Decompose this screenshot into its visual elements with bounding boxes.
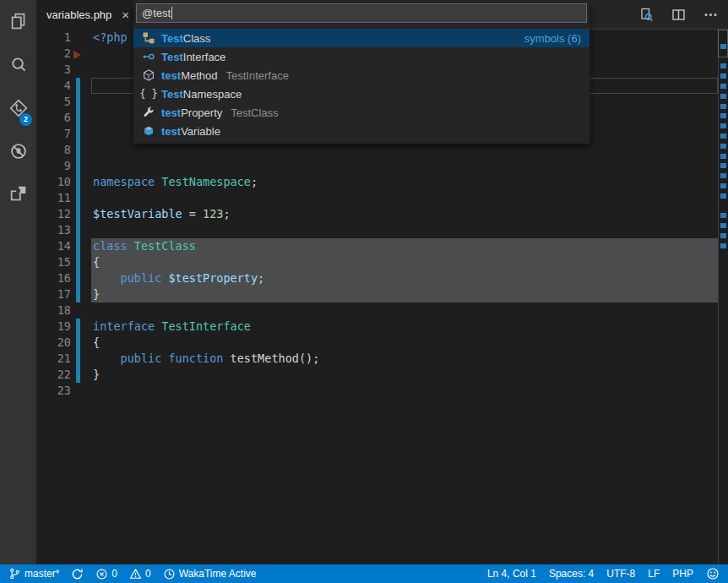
modified-line-indicator [76,78,80,94]
debug-icon [8,140,30,162]
activity-extensions[interactable] [0,172,36,215]
code-line[interactable]: 22} [36,367,718,383]
indentation-status[interactable]: Spaces: 4 [549,568,594,580]
overview-modified-marker [720,104,726,109]
line-number: 12 [36,206,71,222]
line-number: 14 [36,238,71,254]
code-text: <?php [93,30,128,46]
code-line[interactable]: 8 [36,142,718,158]
line-number: 5 [36,94,71,110]
modified-line-indicator [76,367,80,383]
branch-label: master* [24,568,59,580]
overview-modified-marker [720,133,726,139]
symbol-result-row[interactable]: testMethodTestInterface [133,66,589,84]
line-number: 16 [36,270,71,286]
symbol-name: TestInterface [161,51,225,63]
activity-explorer[interactable] [0,0,36,43]
eol-status[interactable]: LF [648,568,660,580]
code-line[interactable]: 20{ [36,335,718,351]
encoding-status[interactable]: UTF-8 [606,568,635,580]
close-icon[interactable]: × [122,8,129,21]
overview-modified-marker [720,74,726,79]
gutter-decoration [71,335,93,351]
split-editor-button[interactable] [671,7,686,22]
activity-search[interactable] [0,43,36,86]
gutter-decoration [71,383,93,399]
code-line[interactable]: 23 [36,383,718,399]
overview-modified-marker [720,94,726,99]
gutter-decoration [71,286,93,302]
code-line[interactable]: 16 public $testProperty; [36,270,718,286]
code-text: class TestClass [93,238,196,254]
gutter-decoration [71,110,93,126]
line-number: 17 [36,286,71,302]
line-number: 13 [36,222,71,238]
symbol-result-row[interactable]: testPropertyTestClass [133,103,589,122]
symbol-name: testProperty [161,106,222,119]
clock-icon [163,568,176,580]
symbol-description: TestClass [231,106,278,119]
gutter-decoration [71,30,93,46]
code-line[interactable]: 19interface TestInterface [36,319,718,335]
code-text: } [93,367,100,383]
more-actions-button[interactable] [703,7,718,22]
symbol-result-row[interactable]: TestInterface [133,47,589,66]
namespace-icon: { } [142,87,155,101]
activity-bar: 2 [0,0,36,564]
wakatime-label: WakaTime Active [179,568,257,580]
code-line[interactable]: 11 [36,190,718,206]
activity-debug[interactable] [0,129,36,172]
git-branch-icon [8,567,21,580]
modified-line-indicator [76,158,80,174]
symbols-count-badge: symbols (6) [524,32,581,45]
modified-line-indicator [76,351,80,367]
code-line[interactable]: 14class TestClass [36,238,718,254]
symbol-result-row[interactable]: testVariable [133,122,589,140]
extensions-icon [8,183,30,205]
language-mode-status[interactable]: PHP [672,568,693,580]
code-text: interface TestInterface [93,319,251,335]
code-line[interactable]: 13 [36,222,718,238]
code-line[interactable]: 17} [36,286,718,302]
modified-line-indicator [76,94,80,110]
error-count: 0 [111,568,117,580]
symbol-name: testMethod [161,69,218,82]
code-line[interactable]: 9 [36,158,718,174]
overview-modified-marker [720,84,726,89]
overview-modified-marker [720,183,726,188]
symbol-result-row[interactable]: TestClasssymbols (6) [133,29,589,47]
class-icon [142,31,155,45]
code-text: public function testMethod(); [93,351,319,367]
code-text: { [93,254,100,270]
feedback-smiley-button[interactable] [706,567,720,580]
symbol-result-row[interactable]: { }TestNamespace [133,84,589,103]
sync-icon [71,568,84,580]
code-line[interactable]: 21 public function testMethod(); [36,351,718,367]
overview-modified-marker [720,113,726,118]
problems-status[interactable]: 0 0 [95,568,150,580]
git-branch-status[interactable]: master* [8,567,59,580]
tab-variables-php[interactable]: variables.php × [36,0,136,30]
code-line[interactable]: 15{ [36,254,718,270]
line-number: 3 [36,62,71,78]
tab-label: variables.php [46,8,117,21]
overview-modified-marker [720,163,726,168]
overview-modified-marker [720,173,726,178]
overview-modified-marker [720,44,726,49]
code-line[interactable]: 18 [36,302,718,319]
status-bar: master* 0 0 WakaTime Active Ln 4, Col 1 … [0,564,728,583]
deleted-lines-marker [73,51,81,59]
gutter-decoration [71,206,93,222]
cursor-position-status[interactable]: Ln 4, Col 1 [487,568,536,580]
line-number: 15 [36,254,71,270]
find-in-file-button[interactable] [638,7,654,22]
warning-count: 0 [145,568,151,580]
code-line[interactable]: 12$testVariable = 123; [36,206,718,222]
sync-button[interactable] [71,568,84,580]
code-line[interactable]: 10namespace TestNamespace; [36,174,718,190]
quick-open-input[interactable]: @test [136,3,587,23]
wakatime-status[interactable]: WakaTime Active [163,568,257,580]
activity-source-control[interactable]: 2 [0,86,36,129]
gutter-decoration [71,126,93,142]
modified-line-indicator [76,110,80,126]
